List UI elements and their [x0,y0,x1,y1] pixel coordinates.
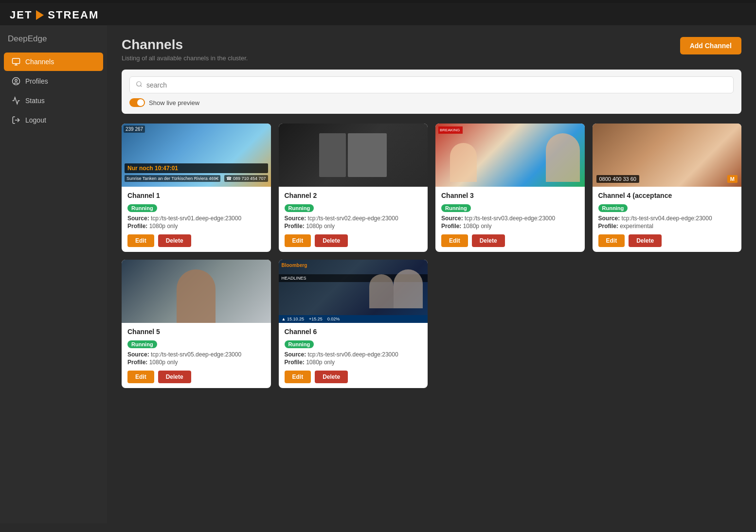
logout-icon [12,116,20,124]
delete-button-4[interactable]: Delete [629,234,662,247]
sidebar-label-logout: Logout [25,116,46,124]
sidebar-item-profiles[interactable]: Profiles [4,72,103,90]
thumb-person-6a [394,269,423,308]
channel-card-4: 0800 400 33 60 M Channel 4 (acceptance R… [593,124,742,252]
channel-source-3: Source: tcp:/ts-test-srv03.deep-edge:230… [441,215,579,222]
status-badge-3: Running [441,204,471,212]
channel-name-4: Channel 4 (acceptance [598,192,736,199]
channel-info-6: Channel 6 Running Source: tcp:/ts-test-s… [279,323,428,388]
page-header-left: Channels Listing of all available channe… [122,37,248,62]
channel-name-1: Channel 1 [127,192,265,199]
edit-button-6[interactable]: Edit [285,371,311,383]
sidebar-label-channels: Channels [25,58,54,66]
card-actions-6: Edit Delete [285,371,422,383]
delete-button-3[interactable]: Delete [472,234,505,247]
channel-info-2: Channel 2 Running Source: tcp:/ts-test-s… [279,187,428,252]
search-area: Show live preview [122,70,741,114]
sidebar-label-status: Status [25,97,45,105]
svg-point-4 [137,82,141,86]
sidebar: DeepEdge Channels Profiles Status [0,25,107,523]
sidebar-item-logout[interactable]: Logout [4,111,103,129]
thumb-timer-1: Nur noch 10:47:01 [125,163,268,173]
channel-profile-2: Profile: 1080p only [285,223,422,230]
preview-toggle[interactable] [129,98,145,107]
delete-button-1[interactable]: Delete [158,234,191,247]
status-badge-5: Running [127,340,157,348]
svg-rect-0 [13,58,20,64]
thumb-panels-2 [319,133,387,177]
channel-card-1: 239 267 Nur noch 10:47:01 Sunrise Tanken… [122,124,271,252]
card-actions-2: Edit Delete [285,234,422,247]
status-badge-4: Running [598,204,628,212]
activity-icon [12,96,20,105]
channel-profile-4: Profile: experimental [598,223,736,230]
status-badge-1: Running [127,204,157,212]
thumb-content-3: BREAKING [435,124,585,187]
search-input[interactable] [146,81,727,89]
logo-arrow-icon [36,10,44,20]
delete-button-6[interactable]: Delete [315,371,348,383]
thumb-brand-6: Bloomberg [282,263,307,268]
channel-name-6: Channel 6 [285,328,422,336]
thumb-logo-4: M [727,175,738,183]
status-badge-6: Running [285,340,314,348]
channel-info-4: Channel 4 (acceptance Running Source: tc… [593,187,742,252]
thumb-content-2 [279,124,428,187]
channel-profile-5: Profile: 1080p only [127,359,265,366]
channel-info-1: Channel 1 Running Source: tcp:/ts-test-s… [122,187,271,252]
edit-button-5[interactable]: Edit [127,371,154,383]
thumb-ticker-6: ▲ 15.10.25 +15.25 0.02% [279,315,428,323]
channel-grid: 239 267 Nur noch 10:47:01 Sunrise Tanken… [122,124,741,388]
card-actions-1: Edit Delete [127,234,265,247]
card-actions-3: Edit Delete [441,234,579,247]
channel-profile-6: Profile: 1080p only [285,359,422,366]
thumb-promo-1: Sunrise Tanken an der Türkischen Riviera… [125,175,220,182]
preview-label: Show live preview [149,99,199,106]
channel-profile-1: Profile: 1080p only [127,223,265,230]
edit-button-2[interactable]: Edit [285,234,311,247]
sidebar-item-status[interactable]: Status [4,91,103,110]
search-bar [129,76,734,93]
thumb-content-5 [122,260,271,323]
page-title: Channels [122,37,248,53]
channel-info-3: Channel 3 Running Source: tcp:/ts-test-s… [435,187,585,252]
main-content: Channels Listing of all available channe… [107,25,756,523]
svg-line-5 [141,86,142,87]
channel-source-5: Source: tcp:/ts-test-srv05.deep-edge:230… [127,351,265,358]
delete-button-5[interactable]: Delete [158,371,191,383]
monitor-icon [12,57,20,66]
channel-thumbnail-4: 0800 400 33 60 M [593,124,742,187]
thumb-overlay-1: 239 267 [124,125,145,133]
header: JET STREAM [0,3,756,25]
thumb-person-3a [546,133,580,182]
add-channel-button[interactable]: Add Channel [680,37,741,54]
logo-text-right: STREAM [48,9,99,21]
channel-thumbnail-5 [122,260,271,323]
sidebar-label-profiles: Profiles [25,77,48,85]
channel-thumbnail-6: Bloomberg ▲ 15.10.25 +15.25 0.02% HEADLI… [279,260,428,323]
thumb-content-6: Bloomberg ▲ 15.10.25 +15.25 0.02% HEADLI… [279,260,428,323]
channel-name-2: Channel 2 [285,192,422,199]
card-actions-4: Edit Delete [598,234,736,247]
thumb-phone-4: 0800 400 33 60 [596,175,639,183]
channel-source-6: Source: tcp:/ts-test-srv06.deep-edge:230… [285,351,422,358]
logo: JET STREAM [10,9,99,21]
thumb-person-5 [177,269,216,323]
edit-button-4[interactable]: Edit [598,234,625,247]
page-subtitle: Listing of all available channels in the… [122,54,248,62]
channel-name-3: Channel 3 [441,192,579,199]
channel-thumbnail-2 [279,124,428,187]
show-preview-row: Show live preview [129,98,734,107]
channel-source-4: Source: tcp:/ts-test-srv04.deep-edge:230… [598,215,736,222]
delete-button-2[interactable]: Delete [315,234,348,247]
logo-text-left: JET [10,9,32,21]
sidebar-item-channels[interactable]: Channels [4,53,103,71]
edit-button-1[interactable]: Edit [127,234,154,247]
edit-button-3[interactable]: Edit [441,234,468,247]
channel-card-3: BREAKING Channel 3 Running Source: tcp:/… [435,124,585,252]
page-header: Channels Listing of all available channe… [122,37,741,62]
channel-thumbnail-1: 239 267 Nur noch 10:47:01 Sunrise Tanken… [122,124,271,187]
thumb-person-3b [450,143,477,182]
card-actions-5: Edit Delete [127,371,265,383]
channel-card-5: Channel 5 Running Source: tcp:/ts-test-s… [122,260,271,388]
